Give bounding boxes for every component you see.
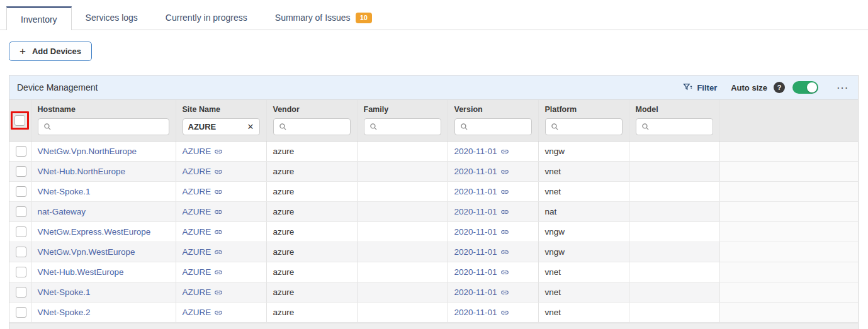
row-checkbox[interactable] (16, 166, 26, 177)
site-name-link[interactable]: AZURE (183, 147, 223, 156)
row-filler (719, 303, 858, 323)
select-all-checkbox[interactable] (14, 115, 25, 126)
family-filter-input[interactable] (381, 122, 436, 131)
row-checkbox[interactable] (16, 267, 26, 277)
hostname-cell: VNet-Spoke.2 (31, 303, 176, 323)
family-cell (357, 202, 448, 222)
row-checkbox-cell (9, 242, 31, 262)
autosize-toggle[interactable] (792, 81, 818, 94)
actions-row: + Add Devices (0, 30, 868, 61)
row-checkbox[interactable] (16, 287, 26, 298)
link-icon (500, 308, 509, 317)
tab-services-logs[interactable]: Services logs (72, 6, 152, 30)
row-filler (719, 262, 858, 282)
hostname-link[interactable]: VNetGw.Express.WestEurope (38, 227, 151, 237)
site-name-link[interactable]: AZURE (183, 308, 223, 317)
header-filler (719, 100, 858, 142)
row-checkbox[interactable] (16, 226, 26, 237)
clear-filter-icon[interactable]: ✕ (247, 122, 254, 131)
link-icon (214, 308, 223, 317)
version-link[interactable]: 2020-11-01 (454, 167, 509, 176)
site-name-link[interactable]: AZURE (183, 227, 223, 237)
filter-label: Filter (697, 83, 717, 92)
hostname-link[interactable]: VNet-Hub.NorthEurope (38, 167, 126, 176)
hostname-link[interactable]: VNet-Spoke.1 (38, 187, 91, 196)
row-checkbox-cell (9, 282, 31, 303)
hostname-link[interactable]: VNet-Spoke.1 (38, 287, 91, 297)
version-filter-input[interactable] (472, 122, 526, 131)
model-cell (629, 202, 719, 222)
family-cell (357, 142, 448, 162)
version-link[interactable]: 2020-11-01 (454, 227, 509, 237)
version-link[interactable]: 2020-11-01 (454, 308, 509, 317)
search-icon (369, 123, 378, 131)
hostname-link[interactable]: VNetGw.Vpn.NorthEurope (38, 147, 137, 156)
hostname-link[interactable]: VNet-Spoke.2 (38, 308, 91, 317)
site-name-filter-input[interactable] (188, 122, 244, 131)
issues-count-badge: 10 (356, 13, 372, 23)
model-filter-input[interactable] (653, 122, 707, 131)
filter-button[interactable]: Filter (682, 82, 717, 92)
version-link[interactable]: 2020-11-01 (454, 207, 509, 216)
devices-table: Hostname Site Name (9, 100, 858, 323)
table-row: VNet-Spoke.1 AZURE azure 2020-11-01 vnet (9, 182, 858, 202)
version-link[interactable]: 2020-11-01 (454, 287, 509, 297)
hostname-link[interactable]: nat-Gateway (38, 207, 86, 216)
vendor-cell: azure (266, 202, 357, 222)
site-name-link[interactable]: AZURE (183, 267, 223, 277)
search-icon (551, 123, 559, 131)
platform-cell: vngw (538, 222, 629, 242)
platform-filter-input[interactable] (563, 122, 617, 131)
hostname-filter-box (38, 118, 169, 135)
table-row: VNet-Hub.NorthEurope AZURE azure 2020-11… (9, 162, 858, 182)
hostname-link[interactable]: VNetGw.Vpn.WestEurope (38, 247, 135, 257)
row-checkbox[interactable] (16, 247, 26, 257)
tab-summary-of-issues[interactable]: Summary of Issues 10 (261, 6, 386, 30)
add-devices-button[interactable]: + Add Devices (9, 42, 92, 61)
row-checkbox[interactable] (16, 186, 26, 197)
column-header-family: Family (357, 100, 448, 142)
hostname-filter-input[interactable] (55, 122, 164, 131)
link-icon (500, 288, 509, 297)
link-icon (214, 248, 223, 257)
site-name-link[interactable]: AZURE (183, 207, 223, 216)
hostname-link[interactable]: VNet-Hub.WestEurope (38, 267, 124, 277)
search-icon (43, 123, 52, 131)
table-header: Hostname Site Name (9, 100, 858, 142)
hostname-column-label: Hostname (38, 105, 169, 114)
version-link[interactable]: 2020-11-01 (454, 267, 509, 277)
tab-summary-of-issues-label: Summary of Issues (275, 13, 351, 23)
version-link[interactable]: 2020-11-01 (454, 147, 509, 156)
model-cell (629, 222, 719, 242)
hostname-cell: VNetGw.Express.WestEurope (31, 222, 176, 242)
link-icon (500, 208, 509, 216)
column-header-model: Model (629, 100, 719, 142)
row-checkbox[interactable] (16, 307, 26, 318)
version-link[interactable]: 2020-11-01 (454, 187, 509, 196)
vendor-filter-input[interactable] (291, 122, 345, 131)
autosize-label: Auto size (731, 83, 767, 92)
toggle-knob (807, 82, 817, 92)
help-icon[interactable]: ? (774, 82, 785, 93)
site-name-cell: AZURE (176, 282, 266, 303)
site-name-link[interactable]: AZURE (183, 187, 223, 196)
link-icon (214, 147, 223, 156)
vendor-column-label: Vendor (273, 105, 351, 114)
site-name-link[interactable]: AZURE (183, 287, 223, 297)
table-row: VNetGw.Vpn.WestEurope AZURE azure 2020-1… (9, 242, 858, 262)
tab-currently-in-progress[interactable]: Currently in progress (152, 6, 261, 30)
version-filter-box (454, 118, 532, 135)
row-checkbox[interactable] (16, 146, 26, 157)
site-name-cell: AZURE (176, 182, 266, 202)
device-management-panel: Device Management Filter Auto size ? ··· (9, 75, 859, 329)
version-link[interactable]: 2020-11-01 (454, 247, 509, 257)
row-checkbox-cell (9, 162, 31, 182)
tab-inventory[interactable]: Inventory (6, 6, 72, 30)
link-icon (214, 187, 223, 196)
site-name-link[interactable]: AZURE (183, 247, 223, 257)
more-menu-icon[interactable]: ··· (837, 83, 849, 92)
row-filler (719, 202, 858, 222)
row-checkbox[interactable] (16, 206, 26, 217)
site-name-link[interactable]: AZURE (183, 167, 223, 176)
row-checkbox-cell (9, 202, 31, 222)
